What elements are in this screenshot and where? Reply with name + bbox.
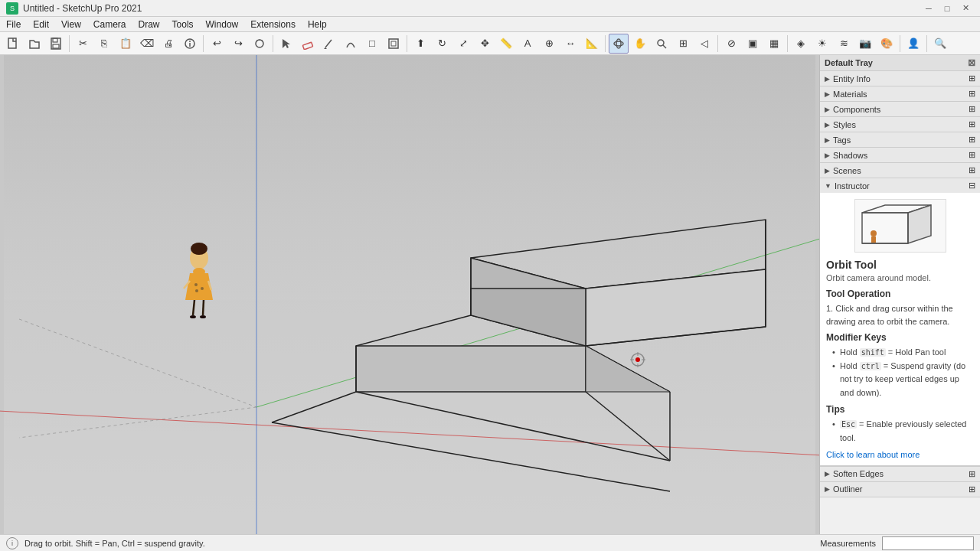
tb-orbit-model[interactable]	[250, 34, 270, 54]
tb-fog[interactable]: ≋	[834, 34, 854, 54]
tb-dim[interactable]: ↔	[560, 34, 580, 54]
tb-rotate[interactable]: ↻	[432, 34, 452, 54]
panel-shadows-expand[interactable]: ⊞	[969, 150, 975, 160]
svg-point-47	[195, 289, 198, 292]
panel-shadows-header[interactable]: ▶ Shadows ⊞	[820, 148, 980, 162]
tb-open[interactable]	[24, 34, 44, 54]
measurements-input[interactable]	[882, 536, 974, 550]
tb-redo[interactable]: ↪	[228, 34, 248, 54]
panel-arrow-shadows: ▶	[825, 152, 830, 159]
tb-sep-2	[203, 35, 204, 52]
tb-erase[interactable]: ⌫	[137, 34, 157, 54]
panel-scenes-expand[interactable]: ⊞	[969, 165, 975, 175]
tb-eraser[interactable]	[298, 34, 318, 54]
tb-copy[interactable]: ⎘	[94, 34, 114, 54]
tb-profile[interactable]: 👤	[903, 34, 923, 54]
menu-item-window[interactable]: Window	[200, 18, 245, 31]
tb-move[interactable]: ✥	[475, 34, 495, 54]
tb-pan[interactable]: ✋	[630, 34, 650, 54]
tb-section-cut[interactable]: ▦	[764, 34, 784, 54]
panel-styles-header[interactable]: ▶ Styles ⊞	[820, 117, 980, 132]
panel-section-entity-info: ▶ Entity Info ⊞	[820, 71, 980, 86]
tb-axes[interactable]: ⊕	[539, 34, 559, 54]
tray-close-button[interactable]: ⊠	[968, 57, 975, 68]
tb-zoom[interactable]	[652, 34, 671, 54]
tb-orbit[interactable]	[609, 34, 629, 54]
panel-outliner-expand[interactable]: ⊞	[969, 484, 975, 494]
modifier-keys-list: Hold shift = Hold Pan tool Hold ctrl = S…	[826, 346, 974, 399]
tb-shapes[interactable]: □	[362, 34, 382, 54]
panel-tags-expand[interactable]: ⊞	[969, 135, 975, 145]
svg-point-52	[190, 315, 196, 318]
tb-save[interactable]	[46, 34, 66, 54]
panel-outliner-header[interactable]: ▶ Outliner ⊞	[820, 482, 980, 497]
click-and-drag-text: Click and drag	[835, 304, 889, 313]
panel-materials-header[interactable]: ▶ Materials ⊞	[820, 86, 980, 101]
panel-soften-edges-expand[interactable]: ⊞	[969, 469, 975, 479]
tb-tape[interactable]: 📏	[496, 34, 516, 54]
panel-styles-expand[interactable]: ⊞	[969, 119, 975, 129]
tb-section[interactable]: ⊘	[721, 34, 741, 54]
panel-materials-expand[interactable]: ⊞	[969, 89, 975, 99]
tb-zoom-ext[interactable]: ⊞	[673, 34, 693, 54]
tb-text[interactable]: A	[518, 34, 537, 54]
tb-search[interactable]: 🔍	[930, 34, 950, 54]
tb-sep-3	[273, 35, 273, 52]
panel-components-header[interactable]: ▶ Components ⊞	[820, 102, 980, 116]
panel-entity-info-expand[interactable]: ⊞	[969, 73, 975, 83]
panel-soften-edges-header[interactable]: ▶ Soften Edges ⊞	[820, 467, 980, 481]
svg-point-7	[256, 40, 263, 47]
tb-styles[interactable]: ◈	[791, 34, 811, 54]
menu-item-edit[interactable]: Edit	[27, 18, 55, 31]
panel-arrow-soften-edges: ▶	[825, 470, 830, 478]
tb-print[interactable]: 🖨	[158, 34, 178, 54]
instructor-content: Orbit Tool Orbit camera around model. To…	[820, 193, 980, 466]
orbit-tool-illustration	[854, 199, 946, 253]
tb-prev-view[interactable]: ◁	[694, 34, 714, 54]
panel-arrow-components: ▶	[825, 106, 830, 113]
menu-item-extensions[interactable]: Extensions	[244, 18, 302, 31]
panel-tags-header[interactable]: ▶ Tags ⊞	[820, 132, 980, 147]
titlebar-left: S Untitled - SketchUp Pro 2021	[6, 2, 142, 15]
tb-protractor[interactable]: 📐	[582, 34, 602, 54]
statusbar-info-icon[interactable]: i	[6, 537, 18, 549]
svg-point-16	[658, 40, 664, 46]
click-to-learn-link[interactable]: Click to learn about more	[826, 450, 974, 459]
tb-cut[interactable]: ✂	[73, 34, 93, 54]
tb-match-photo[interactable]: 📷	[855, 34, 875, 54]
maximize-button[interactable]: □	[939, 0, 956, 17]
tb-undo[interactable]: ↩	[207, 34, 227, 54]
panel-components-expand[interactable]: ⊞	[969, 104, 975, 114]
panel-instructor-expand[interactable]: ⊟	[969, 181, 975, 191]
panel-instructor-header[interactable]: ▼ Instructor ⊟	[820, 178, 980, 193]
tb-scale[interactable]: ⤢	[453, 34, 473, 54]
tb-pencil[interactable]	[319, 34, 339, 54]
tb-texture[interactable]: 🎨	[877, 34, 897, 54]
menubar: FileEditViewCameraDrawToolsWindowExtensi…	[0, 17, 980, 32]
tb-new[interactable]	[3, 34, 23, 54]
tb-select[interactable]	[276, 34, 296, 54]
tb-push-pull[interactable]: ⬆	[410, 34, 430, 54]
panel-entity-info-header[interactable]: ▶ Entity Info ⊞	[820, 71, 980, 86]
tb-offset[interactable]	[384, 34, 403, 54]
tb-info[interactable]	[180, 34, 200, 54]
menu-item-file[interactable]: File	[0, 18, 27, 31]
tb-shadows[interactable]: ☀	[812, 34, 832, 54]
tip-esc: Esc = Enable previously selected tool.	[832, 418, 974, 445]
menu-item-draw[interactable]: Draw	[132, 18, 166, 31]
menu-item-tools[interactable]: Tools	[166, 18, 200, 31]
tb-paste[interactable]: 📋	[116, 34, 136, 54]
statusbar: i Drag to orbit. Shift = Pan, Ctrl = sus…	[0, 534, 980, 551]
svg-point-54	[191, 243, 207, 255]
svg-marker-44	[185, 273, 213, 300]
tb-arc[interactable]	[341, 34, 361, 54]
viewport[interactable]	[0, 55, 819, 534]
menu-item-view[interactable]: View	[55, 18, 87, 31]
close-button[interactable]: ✕	[957, 0, 974, 17]
menu-item-help[interactable]: Help	[302, 18, 333, 31]
panel-styles-label: Styles	[833, 120, 856, 129]
minimize-button[interactable]: ─	[920, 0, 937, 17]
tb-section-fill[interactable]: ▣	[743, 34, 763, 54]
panel-scenes-header[interactable]: ▶ Scenes ⊞	[820, 163, 980, 178]
menu-item-camera[interactable]: Camera	[87, 18, 132, 31]
